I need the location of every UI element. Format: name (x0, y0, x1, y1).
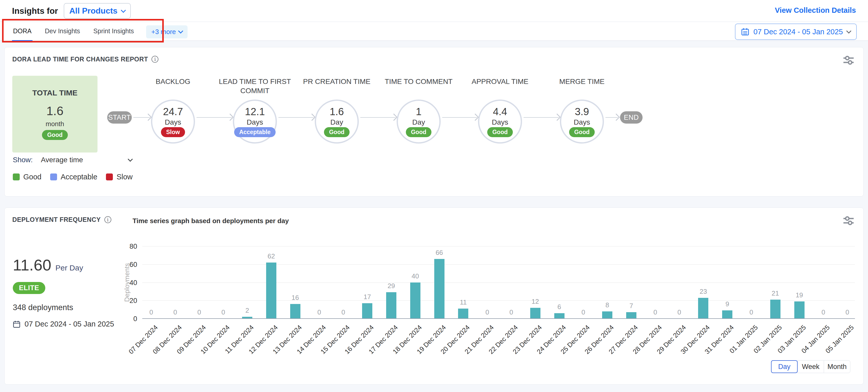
bar-02-Jan-2025[interactable] (770, 300, 780, 319)
tab-dora[interactable]: DORA (12, 22, 32, 41)
bar-value-label: 0 (836, 308, 859, 316)
collection-selector[interactable]: All Products (64, 3, 131, 19)
stage-title: MERGE TIME (541, 77, 623, 95)
x-tick-label: 21 Dec 2024 (446, 324, 495, 372)
stage-title: LEAD TIME TO FIRST COMMIT (214, 77, 296, 95)
bar-31-Dec-2024[interactable] (722, 310, 733, 319)
granularity-week-button[interactable]: Week (797, 360, 824, 373)
date-range-picker[interactable]: 07 Dec 2024 - 05 Jan 2025 (735, 24, 857, 40)
stage-unit: Days (492, 118, 508, 126)
bar-18-Dec-2024[interactable] (410, 282, 421, 319)
stage-lead-time-to-first-commit: LEAD TIME TO FIRST COMMIT12.1DaysAccepta… (214, 77, 296, 144)
chart-settings-icon[interactable] (843, 215, 855, 226)
legend-item-slow: Slow (106, 173, 132, 181)
x-tick-label: 24 Dec 2024 (519, 324, 567, 372)
dora-lead-time-card: DORA LEAD TIME FOR CHANGES REPORT TOTAL … (4, 47, 864, 197)
show-metric-dropdown[interactable]: Show: Average time (13, 156, 132, 164)
granularity-month-button[interactable]: Month (824, 360, 850, 373)
legend-label: Acceptable (61, 173, 97, 181)
bar-30-Dec-2024[interactable] (698, 298, 708, 319)
bar-26-Dec-2024[interactable] (602, 311, 612, 319)
x-tick-label: 01 Jan 2025 (710, 324, 760, 372)
bar-17-Dec-2024[interactable] (386, 292, 396, 319)
x-tick-label: 18 Dec 2024 (374, 324, 424, 372)
bar-value-label: 0 (332, 308, 355, 316)
x-tick-label: 12 Dec 2024 (230, 324, 279, 372)
insight-tabs: DORADev InsightsSprint Insights+3 more (12, 22, 188, 41)
stage-status-badge: Good (569, 127, 595, 137)
gridline-0 (142, 318, 855, 319)
y-tick-label: 60 (119, 261, 137, 269)
bar-24-Dec-2024[interactable] (554, 313, 564, 319)
view-collection-details-link[interactable]: View Collection Details (775, 6, 856, 14)
stage-value: 12.1 (245, 106, 265, 117)
insight-tabs-bar: DORADev InsightsSprint Insights+3 more 0… (0, 22, 868, 41)
bar-value-label: 16 (284, 294, 307, 302)
bar-19-Dec-2024[interactable] (434, 259, 444, 319)
stage-time-to-comment: TIME TO COMMENT1DayGood (378, 77, 460, 144)
stage-circle[interactable]: 1.6DayGood (315, 99, 359, 144)
elite-badge: ELITE (13, 282, 45, 294)
bar-value-label: 8 (596, 301, 619, 309)
chevron-down-icon (178, 28, 183, 33)
x-tick-label: 16 Dec 2024 (326, 324, 375, 372)
bar-value-label: 2 (236, 306, 259, 314)
x-tick-label: 29 Dec 2024 (639, 324, 688, 372)
bar-27-Dec-2024[interactable] (626, 312, 637, 319)
bar-value-label: 0 (572, 308, 595, 316)
chevron-down-icon (128, 157, 133, 162)
bar-13-Dec-2024[interactable] (290, 304, 301, 319)
x-tick-label: 17 Dec 2024 (350, 324, 399, 372)
bar-03-Jan-2025[interactable] (794, 301, 805, 319)
page-header: Insights for All Products View Collectio… (0, 0, 868, 22)
stage-value: 3.9 (575, 106, 589, 117)
bar-value-label: 62 (260, 252, 283, 260)
tab-sprint-insights[interactable]: Sprint Insights (92, 22, 135, 41)
stage-unit: Days (165, 118, 181, 126)
bar-23-Dec-2024[interactable] (530, 308, 540, 319)
legend-item-acceptable: Acceptable (50, 173, 97, 181)
chart-subtitle: Time series graph based on deployments p… (132, 217, 289, 225)
stage-circle[interactable]: 12.1DaysAcceptable (233, 99, 277, 144)
bar-12-Dec-2024[interactable] (266, 263, 276, 319)
bar-value-label: 40 (404, 272, 427, 280)
deployments-bar-chart: 0204060800000262160017294066110012608700… (142, 246, 855, 319)
legend-label: Good (23, 173, 41, 181)
stage-circle[interactable]: 4.4DaysGood (478, 99, 522, 144)
more-tabs-dropdown[interactable]: +3 more (146, 25, 188, 38)
stage-merge-time: MERGE TIME3.9DaysGood (541, 77, 623, 144)
y-tick-label: 80 (119, 243, 137, 250)
gridline-80 (142, 246, 855, 246)
show-value: Average time (41, 156, 83, 164)
stage-circle[interactable]: 1DayGood (397, 99, 441, 144)
stage-unit: Day (412, 118, 425, 126)
x-tick-label: 22 Dec 2024 (470, 324, 520, 372)
x-tick-label: 26 Dec 2024 (566, 324, 615, 372)
stage-title: BACKLOG (132, 77, 214, 95)
bar-value-label: 29 (380, 282, 403, 290)
x-tick-label: 28 Dec 2024 (614, 324, 663, 372)
bar-value-label: 0 (212, 308, 235, 316)
deployments-per-day-value: 11.60 (13, 256, 52, 274)
deployments-per-day-unit: Per Day (56, 264, 83, 272)
stage-status-badge: Acceptable (234, 127, 276, 137)
bar-16-Dec-2024[interactable] (362, 303, 372, 319)
bar-value-label: 21 (764, 290, 787, 297)
stage-value: 4.4 (493, 106, 507, 117)
stage-title: PR CREATION TIME (296, 77, 378, 95)
stage-circle[interactable]: 3.9DaysGood (560, 99, 604, 144)
date-range-value: 07 Dec 2024 - 05 Jan 2025 (753, 28, 843, 36)
bar-value-label: 0 (476, 308, 499, 316)
chevron-down-icon (121, 8, 126, 13)
x-tick-label: 11 Dec 2024 (206, 324, 255, 372)
bar-20-Dec-2024[interactable] (458, 309, 468, 319)
lead-time-flow: STARTENDBACKLOG24.7DaysSlowLEAD TIME TO … (5, 47, 863, 196)
stage-circle[interactable]: 24.7DaysSlow (151, 99, 195, 144)
info-icon[interactable] (104, 216, 111, 223)
stage-backlog: BACKLOG24.7DaysSlow (132, 77, 214, 144)
flow-end-pill: END (620, 111, 643, 124)
granularity-day-button[interactable]: Day (771, 360, 798, 373)
bar-value-label: 0 (812, 308, 835, 316)
tab-dev-insights[interactable]: Dev Insights (44, 22, 81, 41)
bar-value-label: 0 (140, 308, 163, 316)
